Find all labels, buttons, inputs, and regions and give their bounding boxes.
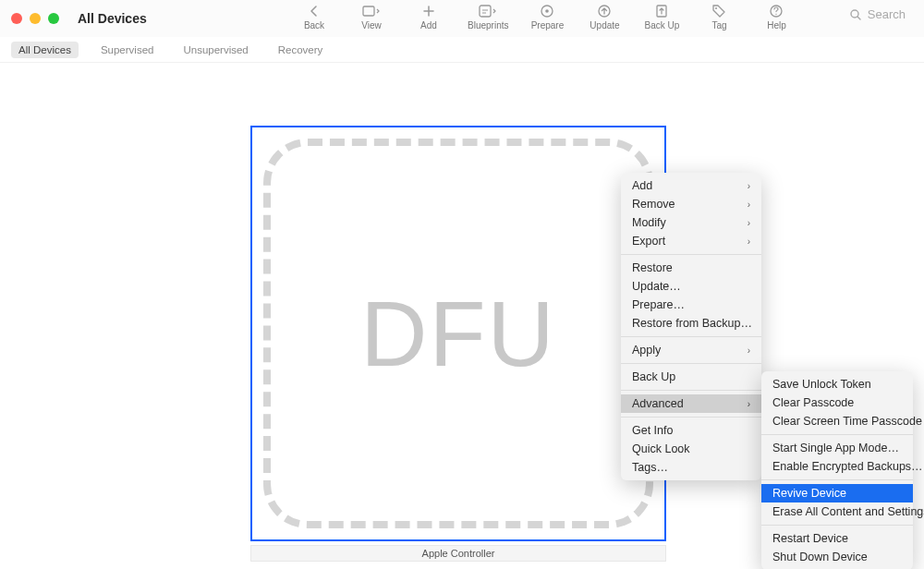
toolbar-blueprints[interactable]: Blueprints [468,4,508,30]
titlebar: All Devices Back View Add Blueprints Pre… [0,0,924,37]
tag-icon [711,4,726,18]
toolbar-label: Add [420,20,437,30]
menu-revive-device[interactable]: Revive Device [761,484,913,502]
chevron-right-icon: › [748,236,750,247]
window-title: All Devices [78,11,147,26]
help-icon [769,4,784,18]
menu-separator [621,336,761,337]
toolbar-label: Blueprints [468,20,508,30]
menu-export[interactable]: Export› [621,232,761,250]
toolbar-label: Tag [711,20,726,30]
toolbar-label: Update [590,20,619,30]
toolbar-tag[interactable]: Tag [700,4,737,30]
scope-all-devices[interactable]: All Devices [11,42,79,58]
menu-modify[interactable]: Modify› [621,213,761,232]
menu-shut-down-device[interactable]: Shut Down Device [761,548,913,566]
device-mode-text: DFU [360,281,556,387]
toolbar-backup[interactable]: Back Up [643,4,680,30]
menu-separator [621,390,761,391]
scope-recovery[interactable]: Recovery [271,42,331,58]
menu-restore[interactable]: Restore [621,259,761,277]
menu-separator [761,434,913,435]
window-controls [11,13,59,24]
menu-tags[interactable]: Tags… [621,458,761,477]
toolbar-label: View [361,20,382,30]
chevron-right-icon: › [748,200,750,210]
toolbar-help[interactable]: Help [758,4,795,30]
toolbar-add[interactable]: Add [410,4,447,30]
menu-erase-all-content-and-settings[interactable]: Erase All Content and Settings [761,502,913,521]
prepare-icon [540,4,554,18]
device-label: Apple Controller [250,545,666,562]
menu-separator [621,417,761,418]
toolbar-label: Back [304,20,324,30]
toolbar-label: Prepare [531,20,565,30]
menu-separator [761,479,913,480]
menu-back-up[interactable]: Back Up [621,368,761,386]
menu-update[interactable]: Update… [621,277,761,296]
menu-separator [621,363,761,364]
plus-icon [422,4,435,18]
menu-prepare[interactable]: Prepare… [621,296,761,314]
toolbar-back[interactable]: Back [296,4,333,30]
chevron-right-icon: › [748,345,750,356]
scope-supervised[interactable]: Supervised [93,42,162,58]
menu-start-single-app-mode[interactable]: Start Single App Mode… [761,439,913,457]
toolbar: Back View Add Blueprints Prepare Update … [296,0,795,37]
menu-separator [621,254,761,255]
menu-remove[interactable]: Remove› [621,195,761,213]
toolbar-label: Help [767,20,786,30]
chevron-right-icon: › [748,399,750,409]
menu-quick-look[interactable]: Quick Look [621,440,761,458]
blueprints-icon [479,4,497,18]
menu-separator [761,525,913,526]
menu-add[interactable]: Add› [621,176,761,195]
menu-apply[interactable]: Apply› [621,341,761,359]
scope-unsupervised[interactable]: Unsupervised [176,42,255,58]
toolbar-prepare[interactable]: Prepare [529,4,565,30]
search-icon [849,8,862,21]
search-field[interactable]: Search [849,7,906,21]
toolbar-label: Back Up [645,20,680,30]
chevron-right-icon: › [748,218,750,228]
back-icon [308,4,321,18]
menu-restore-from-backup[interactable]: Restore from Backup… [621,314,761,333]
menu-save-unlock-token[interactable]: Save Unlock Token [761,375,913,393]
scope-bar: All Devices Supervised Unsupervised Reco… [0,37,924,63]
menu-restart-device[interactable]: Restart Device [761,529,913,548]
context-menu: Add› Remove› Modify› Export› Restore Upd… [621,173,761,480]
view-icon [362,4,381,18]
toolbar-view[interactable]: View [353,4,390,30]
menu-clear-screen-time-passcode[interactable]: Clear Screen Time Passcode [761,412,913,430]
device-tile[interactable]: DFU [250,126,666,541]
advanced-submenu: Save Unlock Token Clear Passcode Clear S… [761,371,913,569]
menu-advanced[interactable]: Advanced› [621,394,761,413]
svg-point-6 [715,7,717,9]
update-icon [597,4,612,18]
minimize-window-button[interactable] [30,13,41,24]
backup-icon [654,4,669,18]
svg-rect-0 [363,6,374,16]
zoom-window-button[interactable] [48,13,59,24]
menu-enable-encrypted-backups[interactable]: Enable Encrypted Backups… [761,457,913,476]
menu-get-info[interactable]: Get Info [621,421,761,440]
close-window-button[interactable] [11,13,22,24]
main-content: DFU Apple Controller Add› Remove› Modify… [0,63,924,569]
menu-clear-passcode[interactable]: Clear Passcode [761,393,913,412]
device-placeholder: DFU [263,139,653,528]
toolbar-update[interactable]: Update [586,4,623,30]
chevron-right-icon: › [748,181,750,191]
search-placeholder: Search [868,7,906,21]
svg-point-3 [546,9,550,13]
svg-rect-1 [480,6,491,17]
